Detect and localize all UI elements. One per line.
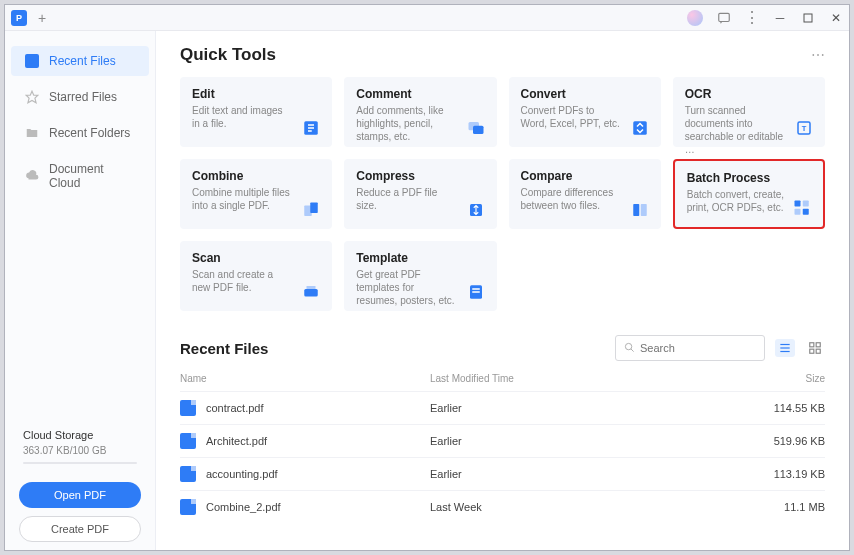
svg-rect-14 [795,201,801,207]
file-size: 519.96 KB [745,435,825,447]
svg-rect-13 [641,204,647,216]
quick-tools-grid: EditEdit text and images in a file.Comme… [180,77,825,311]
combine-icon [300,201,322,219]
svg-rect-31 [816,349,820,353]
tool-title: Compare [521,169,649,183]
tool-card-edit[interactable]: EditEdit text and images in a file. [180,77,332,147]
comment-icon [465,119,487,137]
table-row[interactable]: accounting.pdfEarlier113.19 KB [180,457,825,490]
tool-title: Scan [192,251,320,265]
file-name: contract.pdf [206,402,263,414]
file-time: Last Week [430,501,745,513]
star-icon [25,90,39,104]
tool-desc: Combine multiple files into a single PDF… [192,186,292,212]
tool-desc: Batch convert, create, print, OCR PDFs, … [687,188,787,214]
template-icon [465,283,487,301]
tool-title: Compress [356,169,484,183]
cloud-storage-title: Cloud Storage [23,429,137,441]
tool-title: Combine [192,169,320,183]
tool-title: Batch Process [687,171,811,185]
search-input[interactable] [640,342,756,354]
svg-point-23 [625,343,631,349]
file-icon: ■ [25,54,39,68]
message-icon[interactable] [717,11,731,25]
tool-title: Comment [356,87,484,101]
tool-card-comment[interactable]: CommentAdd comments, like highlights, pe… [344,77,496,147]
cloud-storage-bar [23,462,137,464]
tool-card-scan[interactable]: ScanScan and create a new PDF file. [180,241,332,311]
globe-icon[interactable] [687,10,703,26]
file-time: Earlier [430,435,745,447]
tool-title: Convert [521,87,649,101]
create-pdf-button[interactable]: Create PDF [19,516,141,542]
app-logo: P [11,10,27,26]
sidebar-item-starred-files[interactable]: Starred Files [11,82,149,112]
kebab-icon[interactable]: ⋮ [745,11,759,25]
tool-desc: Convert PDFs to Word, Excel, PPT, etc. [521,104,621,130]
tool-card-batch-process[interactable]: Batch ProcessBatch convert, create, prin… [673,159,825,229]
main-content: Quick Tools ⋯ EditEdit text and images i… [155,31,849,550]
pdf-icon [180,466,196,482]
file-size: 11.1 MB [745,501,825,513]
col-header-size: Size [745,373,825,384]
tool-card-compress[interactable]: CompressReduce a PDF file size. [344,159,496,229]
list-view-button[interactable] [775,339,795,357]
table-row[interactable]: Combine_2.pdfLast Week11.1 MB [180,490,825,523]
pdf-icon [180,433,196,449]
maximize-button[interactable] [801,11,815,25]
app-window: P + ⋮ ─ ✕ ■ Recent Files [4,4,850,551]
tool-card-convert[interactable]: ConvertConvert PDFs to Word, Excel, PPT,… [509,77,661,147]
svg-rect-15 [803,201,809,207]
svg-marker-2 [26,91,38,103]
titlebar: P + ⋮ ─ ✕ [5,5,849,31]
cloud-storage-usage: 363.07 KB/100 GB [23,445,137,456]
tool-title: OCR [685,87,813,101]
svg-rect-21 [472,288,480,290]
svg-line-24 [631,349,634,352]
convert-icon [629,119,651,137]
grid-view-button[interactable] [805,339,825,357]
edit-icon [300,119,322,137]
quick-tools-more[interactable]: ⋯ [811,47,825,63]
tool-title: Template [356,251,484,265]
tool-desc: Add comments, like highlights, pencil, s… [356,104,456,143]
tool-desc: Scan and create a new PDF file. [192,268,292,294]
tool-card-compare[interactable]: CompareCompare differences between two f… [509,159,661,229]
recent-files-heading: Recent Files [180,340,268,357]
sidebar-item-recent-files[interactable]: ■ Recent Files [11,46,149,76]
svg-rect-19 [307,286,316,289]
file-name: accounting.pdf [206,468,278,480]
tool-title: Edit [192,87,320,101]
files-table: Name Last Modified Time Size contract.pd… [180,367,825,523]
col-header-time: Last Modified Time [430,373,745,384]
sidebar-item-recent-folders[interactable]: Recent Folders [11,118,149,148]
tool-desc: Get great PDF templates for resumes, pos… [356,268,456,307]
svg-rect-22 [472,291,480,293]
sidebar-item-label: Starred Files [49,90,117,104]
pdf-icon [180,499,196,515]
tool-desc: Reduce a PDF file size. [356,186,456,212]
table-row[interactable]: contract.pdfEarlier114.55 KB [180,391,825,424]
compare-icon [629,201,651,219]
search-icon [624,339,635,357]
new-tab-button[interactable]: + [35,11,49,25]
pdf-icon [180,400,196,416]
table-row[interactable]: Architect.pdfEarlier519.96 KB [180,424,825,457]
minimize-button[interactable]: ─ [773,11,787,25]
cloud-storage-panel: Cloud Storage 363.07 KB/100 GB [5,419,155,474]
svg-rect-0 [719,13,730,21]
tool-card-template[interactable]: TemplateGet great PDF templates for resu… [344,241,496,311]
svg-text:T: T [802,124,807,133]
close-button[interactable]: ✕ [829,11,843,25]
sidebar-item-document-cloud[interactable]: Document Cloud [11,154,149,198]
open-pdf-button[interactable]: Open PDF [19,482,141,508]
folder-icon [25,126,39,140]
search-box[interactable] [615,335,765,361]
cloud-icon [25,169,39,183]
sidebar-item-label: Recent Files [49,54,116,68]
col-header-name: Name [180,373,430,384]
tool-card-ocr[interactable]: OCRTurn scanned documents into searchabl… [673,77,825,147]
svg-rect-28 [810,343,814,347]
tool-card-combine[interactable]: CombineCombine multiple files into a sin… [180,159,332,229]
svg-rect-1 [804,14,812,22]
